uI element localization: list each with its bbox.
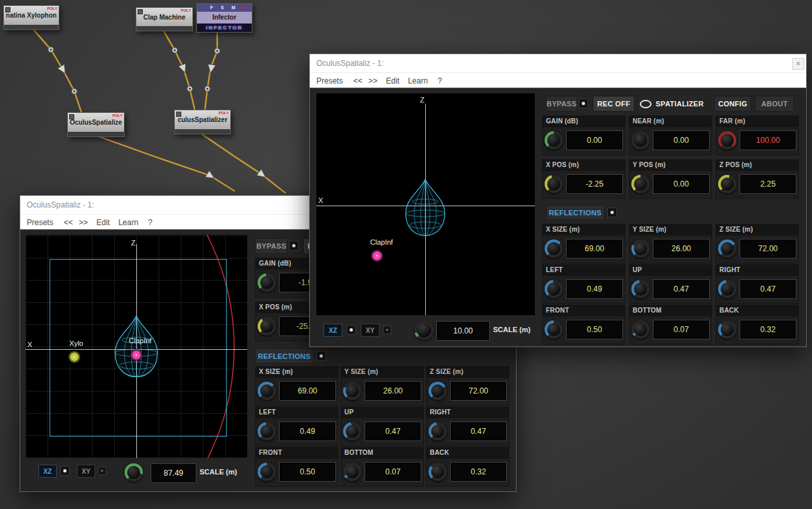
cable-spatializer2-out[interactable] xyxy=(202,134,286,193)
bypass-button[interactable]: BYPASS xyxy=(255,238,288,254)
gain-knob[interactable] xyxy=(258,273,276,292)
cable-xylophone-to-spatializer1[interactable] xyxy=(33,29,82,115)
view-xy-button[interactable]: XY xyxy=(361,324,380,337)
bypass-dot-button[interactable] xyxy=(579,99,588,108)
front-knob[interactable] xyxy=(258,463,276,481)
xsize-value[interactable]: 69.00 xyxy=(566,239,623,258)
bottom-value[interactable]: 0.07 xyxy=(653,320,710,339)
ypos-knob[interactable] xyxy=(631,175,650,193)
left-knob[interactable] xyxy=(258,422,276,440)
xz-dot-button[interactable] xyxy=(60,466,70,476)
gain-value[interactable]: 0.00 xyxy=(566,131,623,150)
near-value[interactable]: 0.00 xyxy=(653,131,710,150)
view-xz-button[interactable]: XZ xyxy=(38,465,57,478)
config-button[interactable]: CONFIG xyxy=(714,96,751,112)
node-clap-machine[interactable]: POLY Clap Machine xyxy=(136,7,193,31)
right-knob[interactable] xyxy=(718,280,736,298)
back-knob[interactable] xyxy=(718,320,736,339)
scale-knob[interactable] xyxy=(414,320,434,340)
menu-prev-preset[interactable]: << xyxy=(64,218,73,227)
left-value[interactable]: 0.49 xyxy=(279,422,336,441)
view-xy-button[interactable]: XY xyxy=(77,465,95,478)
bypass-dot-button[interactable] xyxy=(289,241,299,251)
zsize-knob[interactable] xyxy=(429,382,447,400)
gain-knob[interactable] xyxy=(545,131,563,149)
zpos-value[interactable]: 2.25 xyxy=(740,174,796,194)
view-xz-button[interactable]: XZ xyxy=(323,324,342,337)
ysize-knob[interactable] xyxy=(343,382,361,400)
about-button[interactable]: ABOUT xyxy=(755,96,794,112)
back-value[interactable]: 0.32 xyxy=(740,320,796,339)
up-value[interactable]: 0.47 xyxy=(653,279,710,299)
up-knob[interactable] xyxy=(631,280,650,298)
zpos-knob[interactable] xyxy=(718,175,736,193)
front-value[interactable]: 0.50 xyxy=(279,462,336,482)
left-value[interactable]: 0.49 xyxy=(566,279,623,299)
menu-presets[interactable]: Presets xyxy=(316,76,343,85)
xy-dot-button[interactable] xyxy=(383,326,391,334)
reflections-button[interactable]: REFLECTIONS xyxy=(255,348,314,363)
cable-spatializer1-out[interactable] xyxy=(97,136,235,191)
xsize-value[interactable]: 69.00 xyxy=(279,381,336,401)
menu-next-preset[interactable]: >> xyxy=(79,218,88,227)
menu-learn[interactable]: Learn xyxy=(118,218,138,227)
bottom-knob[interactable] xyxy=(343,463,361,481)
far-knob[interactable] xyxy=(718,131,736,149)
node-spatializer-1[interactable]: POLY OculusSpatialize xyxy=(67,112,125,137)
scale-value[interactable]: 87.49 xyxy=(151,463,196,483)
spatial-view-xz[interactable]: Z X ClapInf Xylo xyxy=(25,235,247,458)
menu-edit[interactable]: Edit xyxy=(386,76,400,85)
back-knob[interactable] xyxy=(429,463,447,481)
zsize-knob[interactable] xyxy=(718,239,736,258)
menu-edit[interactable]: Edit xyxy=(97,218,110,227)
right-value[interactable]: 0.47 xyxy=(450,422,507,441)
xpos-knob[interactable] xyxy=(545,175,563,193)
ysize-value[interactable]: 26.00 xyxy=(653,239,710,258)
title-bar[interactable]: OculusSpatializ - 1: ✕ xyxy=(310,54,806,72)
right-knob[interactable] xyxy=(429,422,447,440)
node-infector[interactable]: F S M Infector INFECTOR POLY xyxy=(196,3,252,33)
cable-clap-to-spatializer2[interactable] xyxy=(163,30,195,111)
front-knob[interactable] xyxy=(545,320,563,339)
menu-prev-preset[interactable]: << xyxy=(353,76,363,85)
node-xylophone[interactable]: POLY natina Xylophon xyxy=(3,5,59,30)
source-dot-clapinf[interactable] xyxy=(130,349,142,361)
rec-button[interactable]: REC OFF xyxy=(593,96,635,112)
scale-knob[interactable] xyxy=(125,463,143,482)
spatializer-tab[interactable]: SPATIALIZER xyxy=(639,96,704,112)
ysize-value[interactable]: 26.00 xyxy=(365,381,421,401)
xsize-knob[interactable] xyxy=(545,239,563,258)
menu-help[interactable]: ? xyxy=(148,218,153,227)
scale-value[interactable]: 10.00 xyxy=(436,321,490,341)
source-dot-clapinf[interactable] xyxy=(371,250,383,262)
left-knob[interactable] xyxy=(545,280,563,298)
reflections-dot-button[interactable] xyxy=(316,351,326,361)
menu-presets[interactable]: Presets xyxy=(27,218,53,227)
back-value[interactable]: 0.32 xyxy=(450,462,507,482)
up-value[interactable]: 0.47 xyxy=(365,422,421,441)
reflections-button[interactable]: REFLECTIONS xyxy=(546,205,605,220)
xy-dot-button[interactable] xyxy=(98,467,106,475)
xsize-knob[interactable] xyxy=(258,382,276,400)
right-value[interactable]: 0.47 xyxy=(740,279,796,299)
source-dot-xylo[interactable] xyxy=(68,351,80,363)
node-spatializer-2[interactable]: POLY culusSpatializer xyxy=(174,110,231,134)
xpos-value[interactable]: -2.25 xyxy=(566,174,623,194)
ypos-value[interactable]: 0.00 xyxy=(653,174,710,194)
zsize-value[interactable]: 72.00 xyxy=(450,381,507,401)
up-knob[interactable] xyxy=(343,422,361,440)
spatial-view-xz[interactable]: Z X ClapInf xyxy=(316,93,535,315)
xz-dot-button[interactable] xyxy=(346,325,356,335)
front-value[interactable]: 0.50 xyxy=(566,320,623,339)
xpos-knob[interactable] xyxy=(258,317,276,335)
menu-help[interactable]: ? xyxy=(438,76,442,85)
menu-learn[interactable]: Learn xyxy=(408,76,428,85)
bottom-value[interactable]: 0.07 xyxy=(365,462,421,482)
reflections-dot-button[interactable] xyxy=(607,208,617,217)
near-knob[interactable] xyxy=(631,131,650,149)
ysize-knob[interactable] xyxy=(631,239,650,258)
far-value[interactable]: 100.00 xyxy=(740,131,796,150)
bypass-button[interactable]: BYPASS xyxy=(546,96,577,112)
bottom-knob[interactable] xyxy=(631,320,650,339)
close-button[interactable]: ✕ xyxy=(792,58,804,70)
